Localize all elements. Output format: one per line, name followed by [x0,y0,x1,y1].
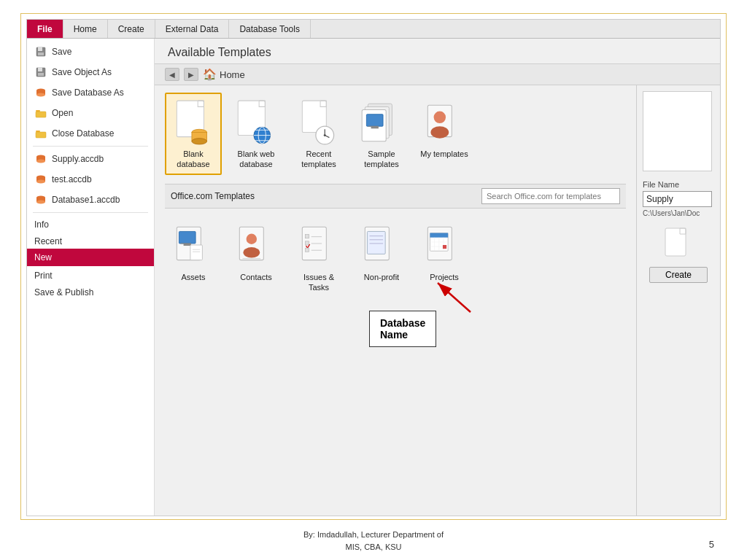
svg-point-18 [36,180,45,184]
nav-home-label: Home [220,69,245,80]
svg-rect-65 [367,231,385,254]
issues-icon [298,221,340,269]
template-blank-db[interactable]: Blank database [165,93,222,175]
sidebar-save-db-label: Save Database As [52,88,124,98]
svg-line-79 [438,283,471,312]
sidebar-item-supply[interactable]: Supply.accdb [27,149,154,169]
svg-rect-2 [38,52,44,55]
sidebar-recent[interactable]: Recent [27,232,154,249]
sidebar-new[interactable]: New [27,249,154,266]
template-recent[interactable]: Recent templates [290,93,347,175]
template-blank-web[interactable]: Blank web database [228,93,285,175]
tab-external-data[interactable]: External Data [155,20,230,38]
sidebar-save-object-label: Save Object As [52,67,112,77]
templates-panel: Available Templates ◀ ▶ 🏠 Home [155,39,720,516]
supply-db-icon [34,152,47,166]
access-window: File Home Create External Data Database … [26,19,721,516]
template-nonprofit[interactable]: Non-profit [353,216,410,298]
test-db-icon [34,173,47,186]
sidebar-item-open[interactable]: Open [27,103,154,123]
svg-rect-11 [36,131,40,132]
svg-point-55 [243,247,260,257]
sidebar-save-label: Save [52,47,71,57]
template-issues[interactable]: Issues & Tasks [290,216,347,298]
callout-line2: Name [380,329,425,341]
doc-preview-icon [662,226,694,264]
sidebar-new-label: New [34,252,52,262]
sidebar-info[interactable]: Info [27,215,154,232]
close-db-icon [34,127,47,140]
create-section: Create [643,226,714,283]
sidebar-item-save-object-as[interactable]: Save Object As [27,62,154,82]
template-my[interactable]: My templates [416,93,473,175]
svg-rect-9 [36,110,40,112]
save-db-icon [34,86,47,99]
sidebar-save-publish[interactable]: Save & Publish [27,283,154,300]
file-name-label: File Name [643,180,714,189]
tab-home[interactable]: Home [63,20,108,38]
projects-icon [423,221,465,269]
svg-rect-40 [366,114,383,127]
svg-point-44 [434,112,446,124]
footer: By: Imdadullah, Lecturer Department of M… [0,529,747,553]
nav-home[interactable]: 🏠 Home [203,68,245,81]
issues-label: Issues & Tasks [303,272,334,293]
svg-rect-50 [190,245,203,260]
nav-forward-button[interactable]: ▶ [184,68,198,81]
search-input[interactable] [481,188,620,204]
file-name-input[interactable] [643,191,712,207]
sidebar-item-database1[interactable]: Database1.accdb [27,190,154,210]
template-sample[interactable]: Sample templates [353,93,410,175]
ribbon: File Home Create External Data Database … [27,20,720,39]
template-contacts[interactable]: Contacts [228,216,285,298]
recent-label: Recent templates [301,149,336,170]
sidebar-item-close-db[interactable]: Close Database [27,123,154,144]
sidebar-print[interactable]: Print [27,266,154,283]
sidebar-test-label: test.accdb [52,174,92,184]
tab-file[interactable]: File [27,20,63,38]
recent-icon [298,98,340,146]
blank-web-icon [235,98,277,146]
blank-db-label: Blank database [177,149,209,170]
template-assets[interactable]: Assets [165,216,222,298]
sidebar-supply-label: Supply.accdb [52,154,104,164]
svg-rect-12 [36,132,46,138]
svg-rect-80 [665,228,686,256]
sidebar-database1-label: Database1.accdb [52,195,120,205]
open-icon [34,106,47,120]
templates-header: Available Templates [155,39,720,64]
file-name-section: File Name C:\Users\Jan\Doc [643,180,714,217]
footer-line2: MIS, CBA, KSU [0,541,747,553]
save-icon [34,45,47,58]
assets-label: Assets [181,272,205,282]
callout-box: Database Name [369,311,436,347]
svg-point-25 [192,139,207,144]
svg-rect-10 [36,112,46,117]
nav-bar: ◀ ▶ 🏠 Home [155,64,720,85]
svg-rect-60 [305,241,309,244]
callout-arrow [430,276,481,316]
my-templates-label: My templates [420,149,468,159]
svg-rect-62 [305,248,309,252]
file-path: C:\Users\Jan\Doc [643,209,712,217]
create-button[interactable]: Create [649,267,708,283]
sidebar-item-test[interactable]: test.accdb [27,169,154,190]
svg-point-45 [430,126,449,139]
sidebar-item-save[interactable]: Save [27,42,154,62]
top-template-row: Blank database [165,93,626,175]
tab-create[interactable]: Create [108,20,155,38]
svg-rect-5 [38,73,44,76]
svg-point-15 [36,160,45,163]
contacts-icon [235,221,277,269]
main-body: Save Save Object As Save Database As Ope… [27,39,720,516]
svg-rect-1 [38,47,42,51]
tab-database-tools[interactable]: Database Tools [229,20,311,38]
database1-icon [34,193,47,206]
right-side-panel: File Name C:\Users\Jan\Doc Create [636,85,720,516]
blank-web-label: Blank web database [238,149,275,170]
nonprofit-icon [360,221,403,269]
svg-rect-71 [430,233,448,237]
svg-point-8 [36,93,45,97]
nav-back-button[interactable]: ◀ [165,68,179,81]
sidebar-item-save-db-as[interactable]: Save Database As [27,82,154,103]
